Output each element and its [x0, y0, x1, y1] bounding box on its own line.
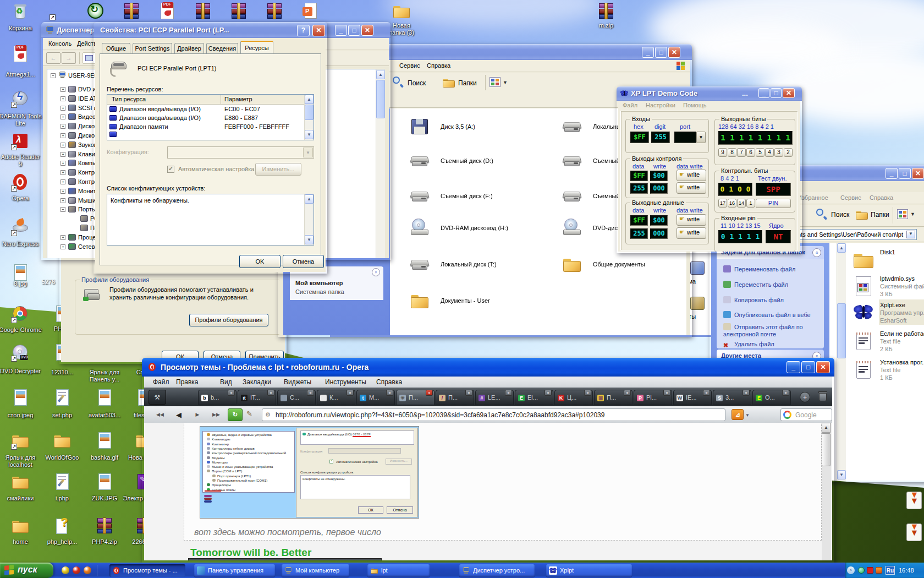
file-item-Disk1[interactable]: Disk1	[851, 248, 924, 273]
tray-icon-green[interactable]	[858, 567, 865, 574]
tab-15[interactable]: EO...x	[752, 390, 791, 405]
tab-close-button[interactable]: x	[505, 390, 512, 396]
window-minimize-button[interactable]: _	[335, 25, 347, 36]
search-icon[interactable]	[392, 76, 405, 89]
opera-scrollbar[interactable]: ▲▼	[822, 423, 831, 560]
file-item-lptwdmio.sys[interactable]: lptwdmio.sysСистемный файл3 КБ	[851, 274, 924, 299]
tab-7[interactable]: /П...x	[436, 390, 474, 405]
tab-close-button[interactable]: x	[743, 390, 750, 396]
scroll-down-button[interactable]: ▼	[305, 130, 314, 139]
change-button[interactable]: Изменить...	[255, 163, 301, 176]
bit-button-3[interactable]: 3	[774, 148, 783, 157]
tree-expand-icon[interactable]: −	[51, 73, 56, 78]
compose-icon[interactable]: ✎	[246, 410, 256, 419]
window-maximize-button[interactable]: □	[655, 47, 667, 58]
scroll-up-button[interactable]: ▲	[376, 70, 385, 79]
menu-item-3[interactable]: Избранное	[798, 194, 828, 201]
tab-Сведения[interactable]: Сведения	[206, 43, 238, 54]
trash-icon[interactable]	[818, 391, 827, 402]
tab-6[interactable]: ✳П...x	[396, 390, 435, 405]
menu-item-2[interactable]: Вид	[220, 378, 232, 386]
tree-expand-icon[interactable]: +	[61, 170, 65, 175]
tray-icon-shield[interactable]	[867, 567, 873, 574]
tab-close-button[interactable]: x	[386, 390, 393, 396]
tree-expand-icon[interactable]: +	[61, 143, 65, 148]
forward-button[interactable]: →	[62, 52, 76, 64]
window-close-button[interactable]: ✕	[312, 25, 325, 36]
quick-launch-opera[interactable]	[73, 566, 80, 574]
details-chevron-icon[interactable]: «	[372, 268, 380, 276]
scroll-up-button[interactable]: ▲	[305, 95, 314, 104]
bit-button-4[interactable]: 4	[765, 148, 774, 157]
file-item-Если не работает[interactable]: Если не работаетText file2 КБ	[851, 329, 924, 355]
task-item-5[interactable]: ✖Удалить файл	[723, 341, 820, 349]
tree-expand-icon[interactable]: +	[61, 152, 65, 157]
tree-expand-icon[interactable]: +	[61, 235, 65, 240]
menu-item-6[interactable]: Справка	[376, 378, 402, 386]
menu-item-4[interactable]: Сервис	[840, 194, 861, 201]
taskbar-button-butterfly[interactable]: Xplpt	[546, 564, 632, 577]
tab-Драйвер[interactable]: Драйвер	[174, 43, 204, 54]
menu-item-5[interactable]: Справка	[870, 194, 893, 201]
menu-item-0[interactable]: Консоль	[48, 40, 72, 47]
views-icon[interactable]	[897, 209, 908, 219]
tree-expand-icon[interactable]: +	[61, 198, 65, 203]
bit-button-6[interactable]: 6	[746, 148, 755, 157]
port-dropdown-button[interactable]: ▼	[696, 132, 706, 143]
rewind-button[interactable]: ◀◀	[152, 408, 168, 421]
scroll-thumb[interactable]	[305, 105, 314, 120]
quick-launch-daemon[interactable]	[62, 566, 69, 574]
bit-button-8[interactable]: 8	[728, 148, 736, 157]
window-help-button[interactable]: ?	[297, 25, 310, 36]
task-item-3[interactable]: Опубликовать файл в вебе	[723, 311, 820, 319]
desktop-icon-mzip[interactable]: m.zip	[584, 2, 628, 29]
taskbar-button-panel[interactable]: Панель управления	[194, 564, 275, 577]
scroll-down-button[interactable]: ▼	[305, 235, 314, 244]
rss-caret-icon[interactable]: ▼	[745, 413, 750, 418]
menu-item-2[interactable]: Помощь	[683, 102, 707, 108]
tab-5[interactable]: tM...x	[356, 390, 395, 405]
window-maximize-button[interactable]: □	[348, 25, 360, 36]
ctrl-bit-button-14[interactable]: 14	[737, 199, 746, 208]
tree-expand-icon[interactable]: +	[61, 161, 65, 166]
tab-close-button[interactable]: x	[584, 390, 591, 396]
tab-4[interactable]: К...x	[317, 390, 355, 405]
address-caret-icon[interactable]: ▼	[906, 231, 915, 238]
conflicts-scrollbar[interactable]: ▲▼	[304, 194, 314, 245]
menu-item-1[interactable]: Настройки	[646, 102, 675, 108]
tab-12[interactable]: PPi...x	[634, 390, 672, 405]
tab-Port Settings[interactable]: Port Settings	[133, 43, 172, 54]
system-icon[interactable]	[690, 261, 705, 275]
config-combo[interactable]: ▼	[167, 146, 314, 159]
post-image[interactable]: Звуковые, видео и игровые устройстваКлав…	[200, 426, 419, 519]
forward-button[interactable]: ▶	[189, 408, 206, 421]
window-maximize-button[interactable]: □	[899, 168, 911, 179]
write-button[interactable]: ☛write	[676, 214, 706, 226]
device-manager-scrollbar[interactable]: ▲▼	[376, 69, 385, 258]
language-indicator[interactable]: Ru	[886, 566, 895, 575]
scroll-down-button[interactable]: ▼	[837, 470, 846, 479]
tab-2[interactable]: itIT...x	[238, 390, 276, 405]
scroll-up-button[interactable]: ▲	[305, 194, 314, 204]
tab-13[interactable]: WIE...x	[673, 390, 712, 405]
bit-button-9[interactable]: 9	[718, 148, 727, 157]
scroll-thumb[interactable]	[822, 433, 831, 466]
ctrl-bit-button-16[interactable]: 16	[728, 199, 736, 208]
tab-Общие[interactable]: Общие	[102, 43, 130, 54]
window-minimize-button[interactable]: _	[758, 88, 769, 98]
tree-expand-icon[interactable]: +	[61, 133, 65, 138]
explorer-scrollbar[interactable]: ▲▼	[837, 243, 846, 481]
task-item-1[interactable]: Переместить файл	[723, 281, 820, 288]
fastforward-button[interactable]: ▶▶	[208, 408, 224, 421]
tab-10[interactable]: KЦ...x	[554, 390, 593, 405]
tab-11[interactable]: ▣П...x	[594, 390, 632, 405]
scroll-thumb[interactable]	[376, 80, 385, 118]
chevron-up-icon[interactable]: »	[812, 248, 821, 257]
tab-close-button[interactable]: x	[663, 390, 670, 396]
window-minimize-button[interactable]: _	[642, 47, 654, 58]
resource-scrollbar[interactable]: ▲▼	[304, 95, 314, 140]
views-icon[interactable]	[490, 77, 501, 87]
tab-close-button[interactable]: x	[228, 390, 235, 396]
tree-expand-icon[interactable]: −	[61, 207, 65, 212]
tree-expand-icon[interactable]: +	[61, 189, 65, 194]
